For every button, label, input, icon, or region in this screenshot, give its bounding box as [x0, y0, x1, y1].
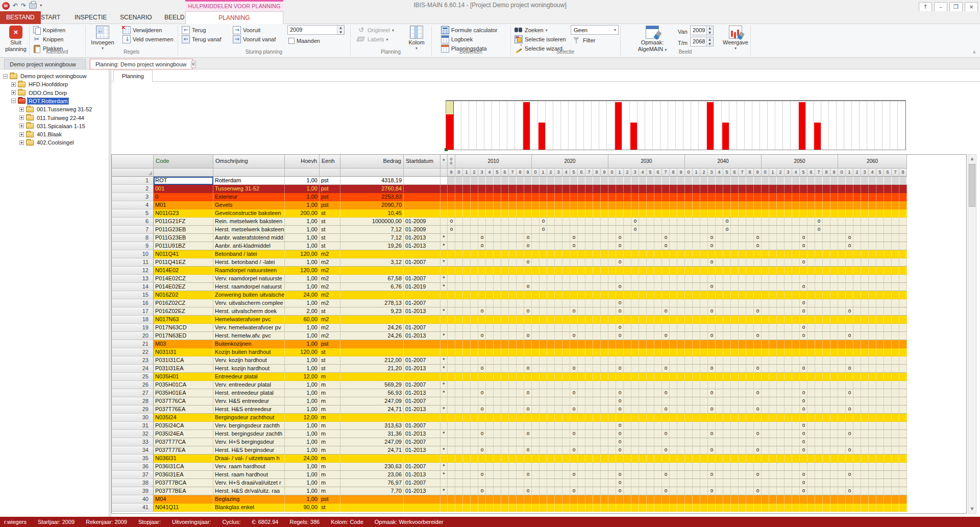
cell-star[interactable] — [440, 226, 448, 234]
year-digit[interactable]: 2 — [777, 169, 785, 177]
cell-star[interactable] — [440, 422, 448, 430]
year-digit[interactable]: 1 — [846, 169, 853, 177]
cell-eenh[interactable]: m2 — [320, 258, 340, 267]
tree-item-031-spicalaan-1-15[interactable]: 031.Spicalaan 1-15 — [19, 122, 86, 130]
cell-omschrijving[interactable]: Gevels — [213, 201, 285, 209]
cell-rownum[interactable]: 21 — [112, 340, 154, 348]
cell-startdatum[interactable] — [404, 454, 440, 463]
cell-rownum[interactable]: 16 — [112, 299, 154, 307]
cell-eenh[interactable]: m — [320, 454, 340, 463]
cell-hoevh[interactable]: 1,00 — [285, 218, 320, 226]
year-digit[interactable]: 1 — [616, 169, 624, 177]
cell-eenh[interactable]: m2 — [320, 250, 340, 258]
cell-bedrag[interactable]: 247,09 — [340, 397, 404, 405]
cell-hoevh[interactable]: 2,00 — [285, 307, 320, 316]
verwijderen-button[interactable]: Verwijderen — [122, 26, 162, 35]
year-grid-cells[interactable] — [448, 356, 907, 365]
cell-omschrijving[interactable]: Herst. betonband / -latei — [213, 258, 285, 267]
cell-rownum[interactable]: 30 — [112, 414, 154, 422]
cell-rownum[interactable]: 40 — [112, 495, 154, 504]
decade-header-2020[interactable]: 2020 — [532, 155, 608, 169]
cell-eenh[interactable]: m — [320, 487, 340, 495]
year-digit[interactable]: 3 — [631, 169, 639, 177]
filter-button[interactable]: Filter — [573, 36, 595, 45]
year-grid-cells[interactable] — [448, 209, 907, 218]
cell-star[interactable]: * — [440, 389, 448, 397]
cell-hoevh[interactable]: 1,00 — [285, 201, 320, 209]
header-code[interactable]: Code — [154, 155, 213, 169]
year-digit[interactable]: 0 — [608, 169, 616, 177]
cell-code[interactable]: M03 — [154, 340, 213, 348]
cell-omschrijving[interactable]: Aanbr. waterafstotend midd — [213, 234, 285, 242]
cell-bedrag[interactable] — [340, 454, 404, 463]
year-grid-cells[interactable] — [448, 463, 907, 471]
cell-rownum[interactable]: 20 — [112, 332, 154, 340]
tm-spinner[interactable]: 2068 ▲▼ — [690, 37, 714, 46]
cell-rownum[interactable]: 7 — [112, 226, 154, 234]
cell-eenh[interactable]: m — [320, 471, 340, 479]
cell-startdatum[interactable]: 01-2013 — [404, 446, 440, 454]
cell-bedrag[interactable] — [340, 340, 404, 348]
year-digit[interactable]: 2 — [700, 169, 708, 177]
cell-hoevh[interactable]: 1,00 — [285, 446, 320, 454]
jaar-value[interactable]: 2009 — [288, 26, 337, 34]
year-digit[interactable]: 6 — [578, 169, 585, 177]
cell-bedrag[interactable] — [340, 250, 404, 258]
cell-rownum[interactable]: 31 — [112, 422, 154, 430]
cell-star[interactable] — [440, 177, 448, 185]
cell-startdatum[interactable]: 01-2013 — [404, 307, 440, 316]
cell-omschrijving[interactable]: Herst. H&S berginsdeur — [213, 446, 285, 454]
year-digit[interactable]: 4 — [716, 169, 723, 177]
cell-bedrag[interactable]: 278,13 — [340, 299, 404, 307]
cell-omschrijving[interactable]: Herst. kozijn hardhout — [213, 365, 285, 373]
cell-bedrag[interactable] — [340, 373, 404, 381]
tree-item-001-tussenweg-31-52[interactable]: 001.Tussenweg 31-52 — [19, 105, 93, 113]
cell-omschrijving[interactable]: Herst. raam hardhout — [213, 471, 285, 479]
cell-code[interactable]: M04 — [154, 495, 213, 504]
cell-startdatum[interactable] — [404, 348, 440, 356]
cell-code[interactable]: P016Z02EZ — [154, 307, 213, 316]
cell-bedrag[interactable]: 76,97 — [340, 479, 404, 487]
cell-hoevh[interactable]: 1,00 — [285, 438, 320, 446]
cell-bedrag[interactable]: 24,71 — [340, 405, 404, 414]
year-digit[interactable]: 4 — [869, 169, 876, 177]
year-digit[interactable]: 8 — [823, 169, 830, 177]
cell-startdatum[interactable] — [404, 193, 440, 201]
cell-omschrijving[interactable]: Tussenweg 31-52 — [213, 185, 285, 193]
cell-star[interactable]: * — [440, 283, 448, 291]
year-grid-cells[interactable] — [448, 495, 907, 504]
cell-omschrijving[interactable]: Raamdorpel natuursteen — [213, 267, 285, 275]
cell-eenh[interactable]: st — [320, 307, 340, 316]
cell-rownum[interactable]: 38 — [112, 479, 154, 487]
year-digit[interactable]: 7 — [585, 169, 593, 177]
cell-startdatum[interactable]: 01-2007 — [404, 275, 440, 283]
year-grid-cells[interactable]: oo — [448, 422, 907, 430]
year-grid-cells[interactable]: ooooooooo — [448, 234, 907, 242]
decade-header-2010[interactable]: 2010 — [455, 155, 532, 169]
cell-rownum[interactable]: 11 — [112, 258, 154, 267]
cell-startdatum[interactable]: 01-2013 — [404, 234, 440, 242]
cell-omschrijving[interactable]: Herst. H&S dr/val/uitz. raa — [213, 487, 285, 495]
expand-icon[interactable] — [19, 124, 24, 128]
header-startdatum[interactable]: Startdatum — [404, 155, 440, 169]
year-grid-cells[interactable]: ooooooooo — [448, 389, 907, 397]
cell-eenh[interactable]: m — [320, 430, 340, 438]
cell-eenh[interactable]: m — [320, 414, 340, 422]
cell-star[interactable]: * — [440, 381, 448, 389]
tree-item-odo-ons-dorp[interactable]: ODO.Ons Dorp — [11, 89, 68, 97]
cell-hoevh[interactable]: 1,00 — [285, 463, 320, 471]
cell-eenh[interactable]: m2 — [320, 283, 340, 291]
cell-bedrag[interactable]: 6,76 — [340, 283, 404, 291]
cell-hoevh[interactable]: 1,00 — [285, 495, 320, 504]
cell-startdatum[interactable]: 01-2007 — [404, 381, 440, 389]
cell-bedrag[interactable]: 24,26 — [340, 324, 404, 332]
cell-code[interactable]: ROT — [154, 177, 213, 185]
terug-vanaf-button[interactable]: ←Terug vanaf — [182, 35, 221, 44]
cell-eenh[interactable]: m2 — [320, 275, 340, 283]
cell-rownum[interactable]: 25 — [112, 373, 154, 381]
cell-rownum[interactable]: 14 — [112, 283, 154, 291]
cell-star[interactable] — [440, 193, 448, 201]
cell-bedrag[interactable]: 3,12 — [340, 258, 404, 267]
cell-star[interactable] — [440, 373, 448, 381]
cell-hoevh[interactable]: 1,00 — [285, 405, 320, 414]
